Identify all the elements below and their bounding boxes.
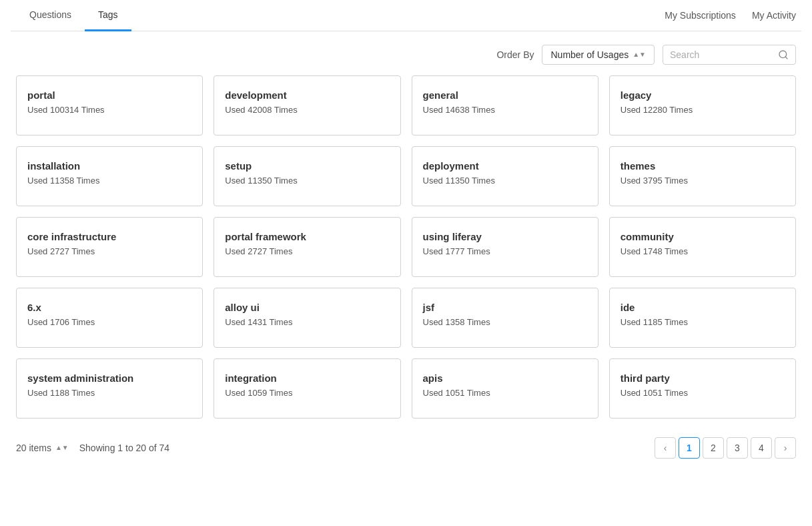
tag-card[interactable]: installation Used 11358 Times xyxy=(16,146,203,206)
pagination: ‹ 1 2 3 4 › xyxy=(655,437,796,459)
tag-card[interactable]: using liferay Used 1777 Times xyxy=(412,217,598,277)
tag-usage: Used 11350 Times xyxy=(225,176,389,186)
tag-name: deployment xyxy=(423,160,587,172)
tag-name: system administration xyxy=(27,372,191,384)
tag-name: community xyxy=(621,231,785,242)
tag-card[interactable]: development Used 42008 Times xyxy=(214,75,400,136)
tag-name: integration xyxy=(225,372,389,384)
tag-usage: Used 11350 Times xyxy=(423,176,587,186)
tag-card[interactable]: community Used 1748 Times xyxy=(609,217,796,277)
tag-card[interactable]: ide Used 1185 Times xyxy=(609,288,796,348)
tag-name: using liferay xyxy=(423,231,587,242)
tag-name: setup xyxy=(225,160,389,172)
tag-card[interactable]: themes Used 3795 Times xyxy=(609,146,796,206)
tag-usage: Used 3795 Times xyxy=(621,176,785,186)
tag-name: portal xyxy=(27,89,191,101)
tag-name: apis xyxy=(423,372,587,384)
tag-card[interactable]: general Used 14638 Times xyxy=(412,75,598,136)
tag-card[interactable]: 6.x Used 1706 Times xyxy=(16,288,203,348)
tag-card[interactable]: system administration Used 1188 Times xyxy=(16,358,203,419)
order-by-select[interactable]: Number of Usages ▲▼ xyxy=(542,45,655,65)
tabs-bar: Questions Tags My Subscriptions My Activ… xyxy=(11,0,801,31)
tag-name: themes xyxy=(621,160,785,172)
tag-card[interactable]: jsf Used 1358 Times xyxy=(412,288,598,348)
tag-usage: Used 11358 Times xyxy=(27,176,191,186)
search-input[interactable] xyxy=(670,49,773,60)
tag-card[interactable]: portal Used 100314 Times xyxy=(16,75,203,136)
page-2-button[interactable]: 2 xyxy=(703,437,724,459)
search-icon xyxy=(778,49,789,60)
tag-name: core infrastructure xyxy=(27,231,191,242)
order-by-arrows-icon: ▲▼ xyxy=(633,51,646,58)
tab-tags[interactable]: Tags xyxy=(85,0,131,31)
showing-text: Showing 1 to 20 of 74 xyxy=(79,443,169,453)
prev-page-button[interactable]: ‹ xyxy=(655,437,676,459)
tag-card[interactable]: apis Used 1051 Times xyxy=(412,358,598,419)
next-page-button[interactable]: › xyxy=(775,437,796,459)
tag-card[interactable]: portal framework Used 2727 Times xyxy=(214,217,400,277)
tag-name: installation xyxy=(27,160,191,172)
order-by-value: Number of Usages xyxy=(550,49,629,60)
tag-usage: Used 1706 Times xyxy=(27,317,191,327)
tag-card[interactable]: core infrastructure Used 2727 Times xyxy=(16,217,203,277)
tag-usage: Used 1777 Times xyxy=(423,246,587,256)
svg-line-1 xyxy=(785,57,787,59)
tag-usage: Used 1188 Times xyxy=(27,388,191,398)
tag-card[interactable]: integration Used 1059 Times xyxy=(214,358,400,419)
tag-card[interactable]: deployment Used 11350 Times xyxy=(412,146,598,206)
items-per-page-arrows-icon: ▲▼ xyxy=(55,445,69,451)
tag-usage: Used 1748 Times xyxy=(621,246,785,256)
tag-name: 6.x xyxy=(27,302,191,313)
items-per-page-selector[interactable]: 20 items ▲▼ xyxy=(16,443,69,453)
tag-name: jsf xyxy=(423,302,587,313)
tag-usage: Used 14638 Times xyxy=(423,105,587,115)
tag-name: legacy xyxy=(621,89,785,101)
tag-name: portal framework xyxy=(225,231,389,242)
tag-usage: Used 1431 Times xyxy=(225,317,389,327)
tag-card[interactable]: setup Used 11350 Times xyxy=(214,146,400,206)
tabs-right: My Subscriptions My Activity xyxy=(665,1,796,30)
tag-usage: Used 12280 Times xyxy=(621,105,785,115)
my-subscriptions-link[interactable]: My Subscriptions xyxy=(665,1,736,30)
tab-questions[interactable]: Questions xyxy=(16,0,85,31)
tag-usage: Used 1051 Times xyxy=(423,388,587,398)
tabs-left: Questions Tags xyxy=(16,0,131,31)
items-per-page-value: 20 items xyxy=(16,443,51,453)
tag-card[interactable]: legacy Used 12280 Times xyxy=(609,75,796,136)
tag-name: general xyxy=(423,89,587,101)
search-box xyxy=(663,45,796,65)
tags-grid: portal Used 100314 Times development Use… xyxy=(11,75,801,419)
toolbar: Order By Number of Usages ▲▼ xyxy=(11,31,801,75)
footer: 20 items ▲▼ Showing 1 to 20 of 74 ‹ 1 2 … xyxy=(11,424,801,472)
tag-name: alloy ui xyxy=(225,302,389,313)
order-by-label: Order By xyxy=(496,49,534,60)
tag-card[interactable]: alloy ui Used 1431 Times xyxy=(214,288,400,348)
tag-name: ide xyxy=(621,302,785,313)
tag-usage: Used 100314 Times xyxy=(27,105,191,115)
tag-usage: Used 2727 Times xyxy=(225,246,389,256)
tag-usage: Used 1358 Times xyxy=(423,317,587,327)
tag-name: development xyxy=(225,89,389,101)
tag-name: third party xyxy=(621,372,785,384)
tag-usage: Used 1185 Times xyxy=(621,317,785,327)
page-4-button[interactable]: 4 xyxy=(751,437,772,459)
page-1-button[interactable]: 1 xyxy=(679,437,700,459)
page-3-button[interactable]: 3 xyxy=(727,437,748,459)
tag-usage: Used 1059 Times xyxy=(225,388,389,398)
tag-usage: Used 42008 Times xyxy=(225,105,389,115)
tag-usage: Used 2727 Times xyxy=(27,246,191,256)
my-activity-link[interactable]: My Activity xyxy=(752,1,796,30)
tag-card[interactable]: third party Used 1051 Times xyxy=(609,358,796,419)
tag-usage: Used 1051 Times xyxy=(621,388,785,398)
